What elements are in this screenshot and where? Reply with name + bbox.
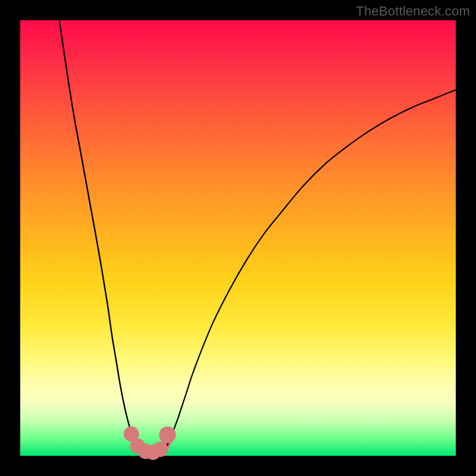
chart-svg [20, 20, 456, 456]
curve-lines [60, 20, 456, 453]
curve-right-branch [164, 90, 456, 452]
curve-left-branch [60, 20, 142, 452]
dot-right-1 [153, 441, 168, 457]
dot-right-2 [159, 427, 176, 443]
watermark-text: TheBottleneck.com [356, 4, 470, 19]
trough-markers [124, 426, 176, 460]
outer-frame: TheBottleneck.com [0, 0, 476, 476]
